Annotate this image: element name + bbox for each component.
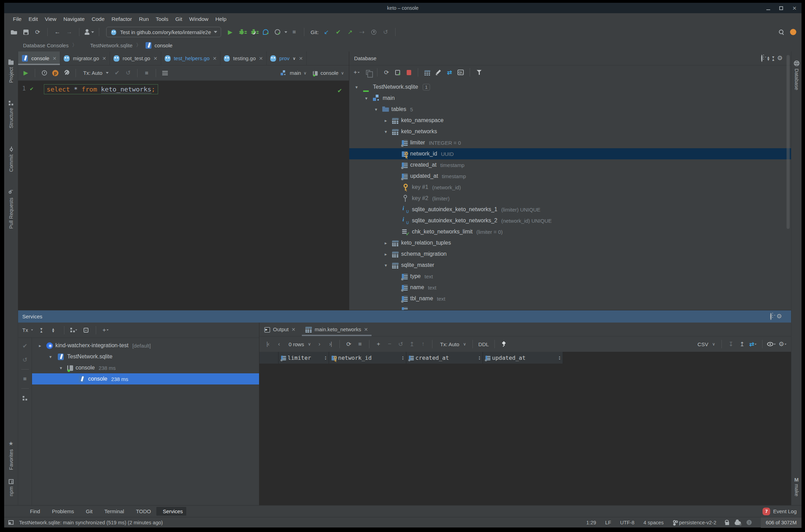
sidebar-item-commit[interactable]: Commit	[8, 146, 14, 172]
export-format-select[interactable]: CSV∨	[694, 341, 717, 347]
tool-window-button[interactable]: Services	[156, 507, 186, 516]
tree-chevron-icon[interactable]	[382, 263, 390, 268]
add-row-button[interactable]: +	[374, 340, 383, 349]
lock-icon[interactable]	[725, 522, 729, 525]
panel-settings-button[interactable]: ⚙	[776, 313, 782, 320]
tree-chevron-icon[interactable]	[382, 252, 390, 257]
db-tree-item[interactable]: sqlite_autoindex_keto_networks_1 (limite…	[349, 204, 791, 215]
ddl-button[interactable]: DDL	[478, 341, 489, 347]
db-tree-item[interactable]: keto_relation_tuples	[349, 237, 791, 248]
service-tree-item[interactable]: console 238 ms	[32, 362, 259, 373]
git-commit-button[interactable]: ✔	[333, 27, 343, 37]
search-everywhere-button[interactable]	[776, 27, 786, 37]
column-header-updated-at[interactable]: updated_at▴▾	[483, 352, 563, 364]
editor-tab[interactable]: test_helpers.go ∨ ✕	[161, 51, 220, 65]
db-tree-item[interactable]: type text	[349, 271, 791, 282]
db-tree-item[interactable]: key #2 (limiter)	[349, 193, 791, 204]
history-button[interactable]	[39, 69, 49, 78]
sql-generator-button[interactable]: QL	[456, 68, 466, 77]
debug-button[interactable]	[237, 27, 247, 37]
menu-item[interactable]: View	[42, 15, 60, 24]
db-tree-item[interactable]: main	[349, 93, 791, 104]
db-tree-item[interactable]: updated_at timestamp	[349, 170, 791, 182]
close-icon[interactable]: ✕	[53, 56, 57, 61]
db-tree-item[interactable]: tbl_name text	[349, 293, 791, 304]
tree-chevron-icon[interactable]	[36, 343, 44, 348]
memory-indicator[interactable]: 606 of 3072M	[761, 517, 802, 528]
filter-button[interactable]	[474, 68, 484, 77]
stop-button[interactable]: ■	[289, 27, 299, 37]
close-icon[interactable]: ✕	[291, 327, 296, 332]
grid-settings-button[interactable]: ⚙	[778, 340, 788, 349]
breadcrumb-item[interactable]: TestNetwork.sqlite	[79, 41, 134, 49]
sidebar-item-project[interactable]: Project	[8, 61, 14, 83]
column-header-network-id[interactable]: network_id▴▾	[329, 352, 406, 364]
annotate-button[interactable]	[84, 27, 94, 37]
locate-object-button[interactable]	[761, 55, 763, 62]
cloud-sync-icon[interactable]	[735, 521, 741, 525]
tree-chevron-icon[interactable]	[57, 365, 65, 371]
event-log-button[interactable]: 7 Event Log	[763, 508, 797, 515]
stop-button[interactable]: ■	[355, 340, 365, 349]
file-encoding[interactable]: UTF-8	[620, 520, 634, 525]
tool-window-button[interactable]: Terminal	[98, 507, 128, 516]
close-icon[interactable]: ✕	[153, 56, 157, 61]
tx-mode-select[interactable]: Tx: Auto	[80, 70, 111, 76]
open-table-button[interactable]	[422, 68, 432, 77]
tree-chevron-icon[interactable]	[372, 107, 380, 112]
commit-button[interactable]: ✔	[20, 341, 30, 350]
forward-button[interactable]: →	[64, 27, 74, 37]
db-tree-item[interactable]: tables 5	[349, 104, 791, 115]
db-tree-item[interactable]: sqlite_autoindex_keto_networks_2 (networ…	[349, 215, 791, 226]
git-rollback-button[interactable]: ↺	[381, 27, 390, 37]
close-icon[interactable]: ✕	[259, 56, 263, 61]
indent-setting[interactable]: 4 spaces	[643, 520, 664, 525]
run-with-coverage-button[interactable]	[273, 27, 282, 37]
git-update-button[interactable]: ↙	[321, 27, 331, 37]
menu-item[interactable]: Code	[88, 15, 108, 24]
duplicate-button[interactable]	[363, 68, 373, 77]
db-tree-item[interactable]: sqlite_master	[349, 260, 791, 271]
sql-editor[interactable]: 1 ✔ select * from keto_networks; ✔	[18, 81, 349, 310]
db-tree-item[interactable]	[349, 304, 791, 310]
tree-chevron-icon[interactable]	[47, 354, 54, 359]
back-button[interactable]: ←	[53, 27, 62, 37]
previous-page-button[interactable]: ‹	[274, 340, 284, 349]
export-button[interactable]: ↥	[737, 340, 747, 349]
sidebar-item-favorites[interactable]: Favorites★	[8, 440, 14, 470]
layout-button[interactable]	[20, 394, 30, 403]
tree-chevron-icon[interactable]	[382, 240, 390, 246]
sidebar-item-make[interactable]: make	[794, 484, 799, 496]
upload-button[interactable]: ↑	[418, 340, 428, 349]
breadcrumb-item[interactable]: console	[143, 41, 174, 49]
editor-tab[interactable]: migrator.go ∨ ✕	[60, 51, 110, 65]
column-header-created-at[interactable]: created_at▴▾	[406, 352, 483, 364]
delete-row-button[interactable]: −	[385, 340, 394, 349]
editor-tab[interactable]: prov ∨ ✕	[267, 51, 307, 65]
menu-item[interactable]: File	[10, 15, 25, 24]
grid-corner-cell[interactable]	[259, 352, 279, 364]
tool-window-button[interactable]: Find	[24, 507, 44, 516]
git-branch-widget[interactable]: persistence-v2-2	[673, 520, 716, 525]
add-button[interactable]: +	[101, 326, 111, 335]
profiler-button[interactable]	[261, 27, 271, 37]
run-button[interactable]: ▶	[225, 27, 235, 37]
compare-button[interactable]: ⇄	[748, 340, 758, 349]
revert-button[interactable]: ↺	[396, 340, 406, 349]
menu-item[interactable]: Git	[172, 15, 186, 24]
editor-tab[interactable]: root_test.go ∨ ✕	[110, 51, 161, 65]
open-button[interactable]	[9, 27, 19, 37]
jump-to-console-button[interactable]	[393, 68, 402, 77]
stop-red-button[interactable]	[404, 68, 414, 77]
notification-icon[interactable]: !	[747, 520, 752, 525]
tree-chevron-icon[interactable]	[353, 85, 360, 90]
git-cherry-pick-button[interactable]: ⇢	[357, 27, 367, 37]
add-service-view-button[interactable]: +	[81, 326, 91, 335]
tool-window-button[interactable]: Problems	[46, 507, 77, 516]
db-tree-item[interactable]: chk_keto_networks_limit (limiter = 0)	[349, 226, 791, 237]
panel-settings-button[interactable]: ⚙	[777, 55, 783, 62]
service-tree-item[interactable]: console 238 ms	[32, 373, 259, 384]
browse-history-button[interactable]	[160, 69, 170, 78]
settings-wrench-button[interactable]	[62, 69, 71, 78]
service-tree-item[interactable]: TestNetwork.sqlite	[32, 351, 259, 362]
